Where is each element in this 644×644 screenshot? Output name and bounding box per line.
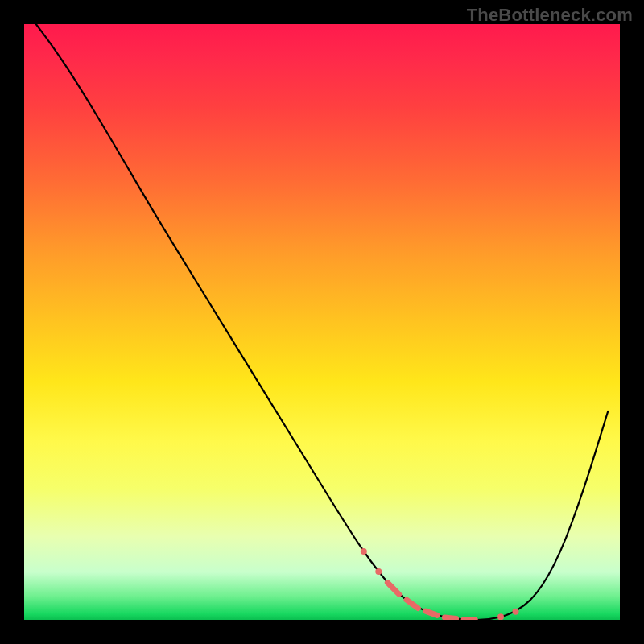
- svg-point-3: [513, 609, 519, 615]
- bottleneck-curve: [36, 24, 608, 620]
- svg-point-2: [497, 613, 504, 620]
- chart-frame: TheBottleneck.com: [0, 0, 644, 644]
- plot-area: [24, 24, 620, 620]
- svg-point-1: [375, 568, 382, 575]
- svg-point-0: [361, 548, 367, 555]
- watermark-text: TheBottleneck.com: [467, 5, 633, 26]
- curve-svg: [24, 24, 620, 620]
- highlight-markers: [361, 548, 519, 620]
